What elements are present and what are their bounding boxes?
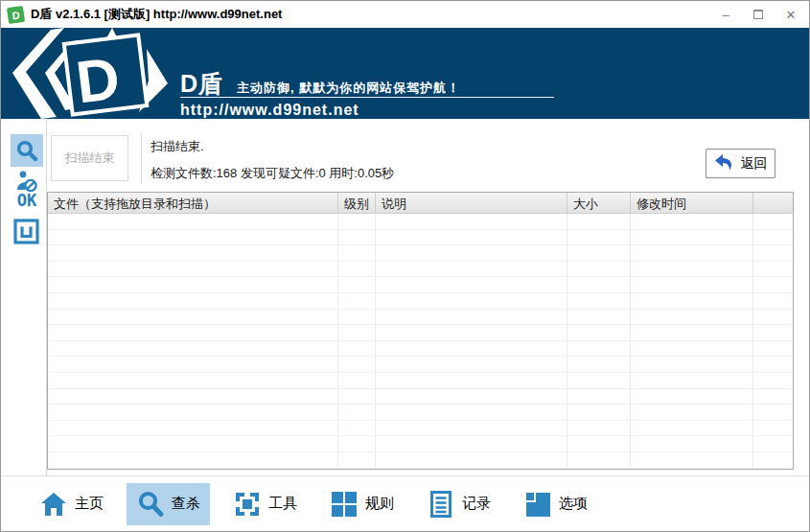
table-cell xyxy=(376,214,567,229)
table-row[interactable] xyxy=(48,405,793,421)
sidebar-item-stop[interactable] xyxy=(13,219,39,244)
table-row[interactable] xyxy=(48,310,793,326)
table-cell xyxy=(567,452,631,468)
table-cell xyxy=(376,389,567,405)
table-cell xyxy=(48,436,338,451)
table-cell xyxy=(376,245,567,261)
table-cell xyxy=(48,357,338,372)
table-cell xyxy=(753,389,793,405)
toolbar-item-label: 查杀 xyxy=(172,495,200,513)
table-cell xyxy=(631,262,753,277)
toolbar-item-2[interactable]: 查杀 xyxy=(127,483,210,525)
table-cell xyxy=(48,405,338,420)
table-cell xyxy=(631,325,753,340)
table-cell xyxy=(376,373,567,388)
table-cell xyxy=(631,310,753,325)
table-row[interactable] xyxy=(48,262,793,278)
toolbar-item-4[interactable]: 规则 xyxy=(320,483,404,525)
table-cell xyxy=(48,293,338,309)
table-cell xyxy=(376,452,567,468)
table-cell xyxy=(753,452,793,468)
table-cell xyxy=(48,421,338,436)
panel-divider xyxy=(141,134,142,184)
table-row[interactable] xyxy=(48,357,793,373)
toolbar-item-1[interactable]: 主页 xyxy=(30,483,113,525)
table-cell xyxy=(753,357,793,372)
column-header-3[interactable]: 说明 xyxy=(376,193,567,213)
table-cell xyxy=(338,436,376,451)
table-cell xyxy=(376,357,567,372)
table-body[interactable] xyxy=(48,214,793,469)
table-row[interactable] xyxy=(48,230,793,246)
table-cell xyxy=(567,230,631,245)
window-title: D盾 v2.1.6.1 [测试版] http://www.d99net.net xyxy=(31,6,282,23)
table-row[interactable] xyxy=(48,245,793,262)
table-row[interactable] xyxy=(48,277,793,293)
table-cell xyxy=(376,293,567,309)
column-header-2[interactable]: 级别 xyxy=(338,193,376,213)
home-icon xyxy=(39,490,68,519)
table-cell xyxy=(376,277,567,292)
sidebar-item-scan[interactable] xyxy=(11,134,43,167)
table-cell xyxy=(753,262,793,277)
table-row[interactable] xyxy=(48,452,793,469)
toolbar-item-6[interactable]: 选项 xyxy=(514,483,597,525)
table-cell xyxy=(753,310,793,325)
table-cell xyxy=(338,277,376,292)
table-cell xyxy=(567,436,631,451)
sidebar-item-ok[interactable]: OK xyxy=(12,190,41,211)
table-cell xyxy=(631,421,753,436)
options-icon xyxy=(523,490,552,519)
table-cell xyxy=(376,341,567,357)
table-cell xyxy=(631,277,753,292)
table-cell xyxy=(338,310,376,325)
table-cell xyxy=(631,436,753,451)
back-button[interactable]: 返回 xyxy=(706,149,775,178)
table-cell xyxy=(48,214,338,229)
banner-divider xyxy=(180,97,554,98)
table-cell xyxy=(631,341,753,357)
table-cell xyxy=(631,293,753,309)
table-cell xyxy=(338,325,376,340)
table-row[interactable] xyxy=(48,436,793,452)
table-cell xyxy=(567,310,631,325)
table-cell xyxy=(631,389,753,405)
column-header-6[interactable] xyxy=(753,193,793,213)
table-cell xyxy=(631,357,753,372)
table-cell xyxy=(567,262,631,277)
table-row[interactable] xyxy=(48,421,793,437)
table-row[interactable] xyxy=(48,341,793,358)
table-cell xyxy=(631,245,753,261)
table-cell xyxy=(338,214,376,229)
column-header-5[interactable]: 修改时间 xyxy=(631,193,753,213)
column-header-4[interactable]: 大小 xyxy=(567,193,631,213)
table-cell xyxy=(338,373,376,388)
table-row[interactable] xyxy=(48,373,793,389)
toolbar-item-label: 记录 xyxy=(462,495,491,513)
table-row[interactable] xyxy=(48,214,793,230)
table-cell xyxy=(753,214,793,229)
toolbar-item-label: 选项 xyxy=(559,495,588,513)
table-row[interactable] xyxy=(48,325,793,341)
title-bar: D D盾 v2.1.6.1 [测试版] http://www.d99net.ne… xyxy=(1,1,809,28)
table-cell xyxy=(48,310,338,325)
dshield-logo-icon: D xyxy=(5,28,177,119)
table-cell xyxy=(631,214,753,229)
minimize-button[interactable]: – xyxy=(717,6,734,23)
maximize-button[interactable] xyxy=(750,6,767,23)
table-cell xyxy=(338,421,376,436)
table-row[interactable] xyxy=(48,293,793,310)
scan-finished-button[interactable]: 扫描结束 xyxy=(51,135,128,181)
rules-icon xyxy=(330,490,359,519)
table-cell xyxy=(376,405,567,420)
main-area: OK 扫描结束 扫描结束. 检测文件数:168 发现可疑文件:0 用时:0.05… xyxy=(1,119,809,475)
close-button[interactable]: ✕ xyxy=(782,6,799,23)
table-cell xyxy=(753,405,793,420)
table-cell xyxy=(338,230,376,245)
toolbar-item-3[interactable]: 工具 xyxy=(223,483,307,525)
back-arrow-icon xyxy=(714,154,733,173)
toolbar-item-5[interactable]: 记录 xyxy=(417,483,500,525)
table-row[interactable] xyxy=(48,389,793,405)
column-header-1[interactable]: 文件（支持拖放目录和扫描） xyxy=(48,193,338,213)
app-window: D D盾 v2.1.6.1 [测试版] http://www.d99net.ne… xyxy=(0,0,810,532)
